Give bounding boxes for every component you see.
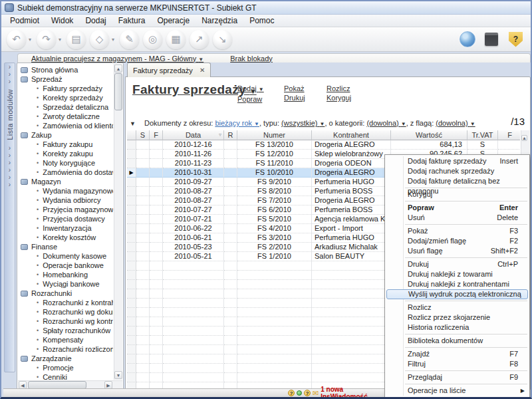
lock-status-link[interactable]: Brak blokady [230, 55, 273, 63]
column-header-Kontrahent[interactable]: Kontrahent [312, 130, 391, 140]
sidebar-item-rozrachunki-wg-dokumentów[interactable]: •Rozrachunki wg dokumentów [19, 307, 113, 317]
scroll-up-icon[interactable]: ▲ [114, 65, 122, 72]
documents-stack-icon[interactable]: ▤ [66, 30, 86, 49]
context-menu-item-rozlicz[interactable]: Rozlicz [385, 303, 529, 313]
sidebar-item-korekty-zakupu[interactable]: •Korekty zakupu [19, 149, 113, 158]
sidebar-item-rozrachunki-rozliczone[interactable]: •Rozrachunki rozliczone [19, 344, 113, 354]
sidebar-item-promocje[interactable]: •Promocje [19, 363, 113, 372]
category-filter-link[interactable]: (dowolna) ▼ [366, 119, 406, 127]
column-header-marker[interactable] [127, 130, 136, 140]
sidebar-item-korekty-kosztów[interactable]: •Korekty kosztów [19, 233, 113, 242]
help-status-icon[interactable]: ? [304, 390, 311, 396]
edit-document-icon[interactable]: ✎ [120, 30, 139, 49]
sidebar-item-homebanking[interactable]: •Homebanking [19, 270, 113, 279]
chevron-down-icon[interactable]: ▾ [112, 37, 114, 43]
menubar-item-pomoc[interactable]: Pomoc [243, 15, 280, 27]
sidebar-item-rozrachunki[interactable]: Rozrachunki [19, 289, 113, 298]
menubar-item-widok[interactable]: Widok [45, 15, 79, 27]
context-menu-item-dodaj-fakturę-detaliczną-bez-paragonu[interactable]: Dodaj fakturę detaliczną bez paragonu [385, 176, 529, 186]
context-menu-item-filtruj[interactable]: FiltrujF8 [385, 359, 529, 369]
column-header-Data[interactable]: Data▿ [163, 130, 224, 140]
menubar-item-narzędzia[interactable]: Narzędzia [196, 15, 243, 27]
correct-link[interactable]: Koryguj [327, 93, 351, 102]
sidebar-item-sprzedaż[interactable]: Sprzedaż [19, 74, 113, 84]
undo-icon[interactable]: ↶ [7, 30, 26, 49]
menubar-item-operacje[interactable]: Operacje [151, 15, 196, 27]
context-menu-item-usuń[interactable]: UsuńDelete [385, 213, 529, 223]
message-envelope-icon[interactable]: ✉ [313, 390, 319, 397]
filter-collapse-icon[interactable]: ▼ [130, 120, 136, 127]
context-menu-item-dodaj-zmień-flagę[interactable]: Dodaj/zmień flagęF2 [385, 236, 529, 246]
sidebar-item-operacje-bankowe[interactable]: •Operacje bankowe [19, 261, 113, 270]
context-menu-item-przeglądaj[interactable]: PrzeglądajF9 [385, 372, 529, 382]
tab-faktury-sprzedazy[interactable]: Faktury sprzedaży ✕ [127, 63, 211, 77]
sidebar-item-kompensaty[interactable]: •Kompensaty [19, 335, 113, 344]
scrollbar-thumb[interactable] [114, 73, 122, 110]
sidebar-item-przyjęcia-dostawcy[interactable]: •Przyjęcia dostawcy [19, 214, 113, 223]
tab-close-icon[interactable]: ✕ [200, 66, 205, 74]
sidebar-item-inwentaryzacja[interactable]: •Inwentaryzacja [19, 223, 113, 233]
context-menu-item-koryguj[interactable]: Koryguj [385, 190, 529, 200]
help-status-icon[interactable]: ? [288, 390, 295, 396]
shield-question-icon[interactable]: ? [509, 32, 523, 47]
context-menu-item-rozlicz-przez-skojarzenie[interactable]: Rozlicz przez skojarzenie [385, 313, 529, 323]
menubar-item-faktura[interactable]: Faktura [112, 15, 152, 27]
show-link[interactable]: Pokaż [284, 84, 305, 93]
sidebar-item-dokumenty-kasowe[interactable]: •Dokumenty kasowe [19, 251, 113, 261]
context-menu-item-drukuj[interactable]: DrukujCtrl+P [385, 259, 529, 269]
scroll-down-icon[interactable]: ▼ [114, 371, 122, 379]
new-document-icon[interactable]: ◇ [90, 30, 109, 49]
new-message-notice[interactable]: 1 nowa InsWiadomość [321, 386, 382, 399]
sidebar-item-noty-korygujące[interactable]: •Noty korygujące [19, 158, 113, 168]
context-menu-item-operacje-na-liście[interactable]: Operacje na liście▶ [385, 386, 529, 396]
search-document-icon[interactable]: ◎ [143, 30, 162, 49]
column-header-Numer[interactable]: Numer [237, 130, 312, 140]
flag-filter-link[interactable]: (dowolna) ▼ [436, 119, 475, 127]
context-menu-item-drukuj-naklejki-z-kontrahentami[interactable]: Drukuj naklejki z kontrahentami [385, 279, 529, 289]
column-header-S[interactable]: S [136, 130, 150, 140]
sidebar-item-zwroty-detaliczne[interactable]: •Zwroty detaliczne [19, 112, 113, 121]
edit-link[interactable]: Popraw [237, 94, 264, 104]
context-menu-item-dodaj-fakturę-sprzedaży[interactable]: Dodaj fakturę sprzedażyInsert [385, 156, 529, 166]
scroll-up-icon[interactable]: ▲ [521, 135, 527, 141]
column-header-R[interactable]: R [224, 130, 237, 140]
table-row[interactable]: 2010-12-16FS 13/2010Drogeria ALEGRO684,1… [127, 140, 520, 150]
context-menu-item-pokaż[interactable]: PokażF3 [385, 226, 529, 236]
column-header-F[interactable]: F [498, 130, 520, 140]
chevron-down-icon[interactable]: ▾ [29, 37, 31, 43]
sidebar-vertical-scrollbar[interactable]: ▲ ▼ [114, 64, 122, 380]
cube-icon[interactable] [485, 33, 498, 46]
print-icon[interactable]: ▦ [166, 30, 186, 49]
chevron-down-icon[interactable]: ▾ [59, 37, 61, 43]
module-list-strip[interactable]: ››› Lista modułów ›››››› [4, 63, 15, 372]
sidebar-item-wydania-odbiorcy[interactable]: •Wydania odbiorcy [19, 196, 113, 205]
context-menu-item-znajdź[interactable]: ZnajdźF7 [385, 349, 529, 359]
sidebar-item-przyjęcia-magazynowe[interactable]: •Przyjęcia magazynowe [19, 205, 113, 214]
context-menu-item-usuń-flagę[interactable]: Usuń flagęShift+F2 [385, 246, 529, 256]
period-filter-link[interactable]: bieżący rok ▼ [215, 119, 259, 127]
sidebar-item-zakup[interactable]: Zakup [19, 130, 113, 140]
sidebar-item-strona-główna[interactable]: Strona główna [19, 65, 113, 74]
sidebar-item-rozrachunki-z-kontrahentem[interactable]: •Rozrachunki z kontrahentem [19, 298, 113, 307]
forward-icon[interactable]: ↘ [213, 30, 232, 49]
column-header-Tr.VAT[interactable]: Tr.VAT [467, 130, 498, 140]
sidebar-item-wydania-magazynowe[interactable]: •Wydania magazynowe [19, 186, 113, 196]
redo-icon[interactable]: ↷ [37, 30, 56, 49]
sidebar-item-cenniki[interactable]: •Cenniki [19, 372, 113, 380]
print-link[interactable]: Drukuj [284, 93, 305, 102]
sidebar-item-rozrachunki-wg-kontrahentów[interactable]: •Rozrachunki wg kontrahentów [19, 317, 113, 326]
context-menu-item-drukuj-naklejki-z-towarami[interactable]: Drukuj naklejki z towarami [385, 269, 529, 279]
column-header-F[interactable]: F [150, 130, 163, 140]
menubar-item-dodaj[interactable]: Dodaj [79, 15, 112, 27]
sidebar-item-spłaty-rozrachunków[interactable]: •Spłaty rozrachunków [19, 326, 113, 335]
context-menu-item-wyślij-wydruk-pocztą-elektroniczną[interactable]: Wyślij wydruk pocztą elektroniczną [386, 289, 528, 299]
context-menu-item-popraw[interactable]: PoprawEnter [385, 203, 529, 213]
sidebar-item-finanse[interactable]: Finanse [19, 242, 113, 251]
sidebar-item-zamówienia-od-klientów[interactable]: •Zamówienia od klientów [19, 121, 113, 130]
settle-link[interactable]: Rozlicz [327, 84, 351, 93]
sidebar-item-zamówienia-do-dostawców[interactable]: •Zamówienia do dostawców [19, 168, 113, 177]
column-header-Wartość[interactable]: Wartość [391, 130, 467, 140]
context-menu-item-dodaj-rachunek-sprzedaży[interactable]: Dodaj rachunek sprzedaży [385, 166, 529, 176]
magazine-link[interactable]: Aktualnie pracujesz z magazynem - MAG - … [31, 55, 203, 63]
add-link[interactable]: Dodaj ▼ [237, 84, 264, 94]
